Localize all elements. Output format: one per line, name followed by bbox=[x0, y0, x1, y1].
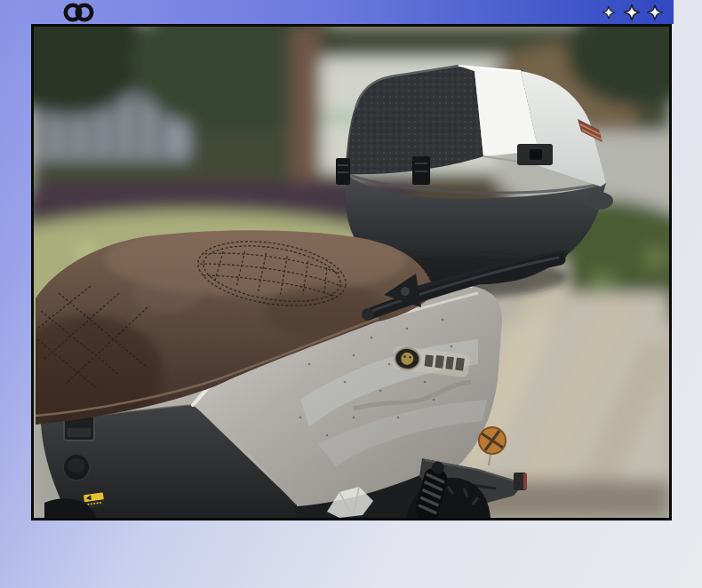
top-bar bbox=[21, 0, 674, 24]
lid-hinge bbox=[517, 144, 553, 165]
lid-latch bbox=[336, 158, 350, 185]
interlocked-circles-icon bbox=[59, 3, 100, 22]
charge-port-cap bbox=[63, 454, 90, 481]
sparkle-icon bbox=[597, 1, 620, 24]
sparkle-icon bbox=[620, 1, 643, 24]
sparkles bbox=[597, 1, 666, 24]
sparkle-icon bbox=[643, 1, 666, 24]
lid-latch bbox=[412, 156, 430, 185]
product-photo bbox=[31, 24, 672, 520]
